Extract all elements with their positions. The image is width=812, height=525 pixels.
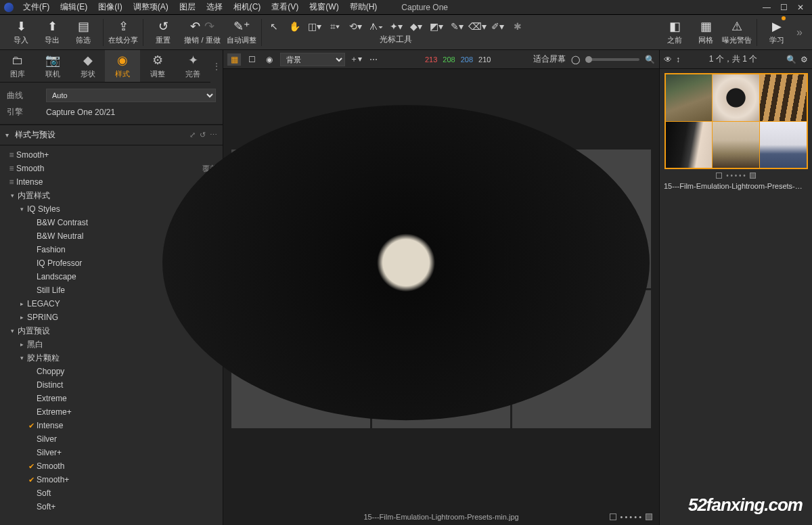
tool-tab-folder[interactable]: 🗀图库 xyxy=(0,50,35,82)
menu-item[interactable]: 相机(C) xyxy=(228,1,267,13)
engine-label: 引擎 xyxy=(7,106,41,118)
layer-select[interactable]: 背景 xyxy=(280,53,345,66)
section-menu-icon[interactable]: ⋯ xyxy=(210,131,217,139)
close-icon[interactable]: ✕ xyxy=(797,3,804,12)
rating-box-icon[interactable] xyxy=(646,513,652,520)
menu-item[interactable]: 查看(V) xyxy=(266,1,304,13)
rgb-readout: 213 208 208 210 xyxy=(425,55,491,64)
chevron-down-icon: ▾ xyxy=(5,131,15,139)
viewer-footer: 15---Film-Emulation-Lightroom-Presets-mi… xyxy=(223,509,659,525)
zoom-slider[interactable] xyxy=(585,58,639,61)
styles-section-header[interactable]: ▾ 样式与预设 ⤢↺⋯ xyxy=(0,124,223,145)
zoom-out-icon[interactable]: ◯ xyxy=(571,55,580,64)
viewer-filename: 15---Film-Emulation-Lightroom-Presets-mi… xyxy=(363,513,518,521)
curve-label: 曲线 xyxy=(7,90,41,101)
app-logo-icon xyxy=(4,3,14,12)
loading-icon: ✱ xyxy=(510,19,526,34)
menu-item[interactable]: 编辑(E) xyxy=(55,1,93,13)
tree-node[interactable]: Extreme+ xyxy=(0,405,223,419)
menu-item[interactable]: 选择 xyxy=(201,1,228,13)
loupe-tool-icon[interactable]: ◫▾ xyxy=(307,19,323,34)
browser-filename: 15---Film-Emulation-Lightroom-Presets-mi… xyxy=(664,182,808,190)
spot-tool-icon[interactable]: ✦▾ xyxy=(388,19,404,34)
maximize-icon[interactable]: ☐ xyxy=(780,3,788,12)
pointer-tool-icon[interactable]: ↖ xyxy=(266,19,282,34)
zoom-search-icon[interactable]: 🔍 xyxy=(645,55,655,64)
layer-menu-icon[interactable]: ⋯ xyxy=(367,53,380,66)
curve-select[interactable]: Auto xyxy=(46,89,216,102)
menu-item[interactable]: 帮助(H) xyxy=(344,1,383,13)
tree-node[interactable]: ✔Smooth+ xyxy=(0,473,223,486)
before-after-button[interactable]: ◧之前 xyxy=(659,16,690,49)
menu-bar: 文件(F)编辑(E)图像(I)调整项(A)图层选择相机(C)查看(V)视窗(W)… xyxy=(0,0,812,15)
browser-panel: 👁 ↕ 1 个，共 1 个 🔍 ⚙ • • • • • 15---Film-Em… xyxy=(659,50,812,525)
menu-item[interactable]: 图层 xyxy=(174,1,201,13)
tree-node[interactable]: Soft xyxy=(0,486,223,500)
main-toolbar: ⬇导入 ⬆导出 ▤筛选 ⇪在线分享 ↺重置 ↶↷撤销 / 重做 ✎⁺自动调整 ↖… xyxy=(0,15,812,50)
import-button[interactable]: ⬇导入 xyxy=(5,16,37,49)
tree-node[interactable]: ▾胶片颗粒 xyxy=(0,351,223,365)
learn-button[interactable]: ▶学习 xyxy=(761,16,792,49)
menu-item[interactable]: 视窗(W) xyxy=(304,1,344,13)
filter-button[interactable]: ▤筛选 xyxy=(68,16,99,49)
eraser-tool-icon[interactable]: ⌫▾ xyxy=(469,19,485,34)
browser-count: 1 个，共 1 个 xyxy=(684,53,782,65)
menu-item[interactable]: 文件(F) xyxy=(18,1,55,13)
tool-tab-refine[interactable]: ✦完善 xyxy=(175,50,210,82)
browser-search-icon[interactable]: 🔍 xyxy=(786,55,796,64)
color-tag-icon[interactable] xyxy=(610,513,616,520)
expand-icon[interactable]: ⤢ xyxy=(189,131,196,139)
reset-button[interactable]: ↺重置 xyxy=(148,16,179,49)
share-button[interactable]: ⇪在线分享 xyxy=(108,16,139,49)
crop-tool-icon[interactable]: ⌗▾ xyxy=(327,19,343,34)
watermark-text: 52fanxing.com xyxy=(688,495,803,516)
browser-thumbnail[interactable] xyxy=(664,73,808,169)
tree-node[interactable]: ✔Smooth xyxy=(0,459,223,473)
hand-tool-icon[interactable]: ✋ xyxy=(286,19,302,34)
minimize-icon[interactable]: — xyxy=(763,3,771,12)
keystone-tool-icon[interactable]: ⩚▾ xyxy=(367,19,384,34)
auto-adjust-button[interactable]: ✎⁺自动调整 xyxy=(226,16,257,49)
grid-view-icon[interactable]: ▦ xyxy=(227,53,241,66)
rotate-tool-icon[interactable]: ⟲▾ xyxy=(347,19,363,34)
add-layer-icon[interactable]: ＋▾ xyxy=(349,53,363,66)
tree-node[interactable]: ≡Smooth+ xyxy=(0,148,223,162)
tree-node[interactable]: Choppy xyxy=(0,365,223,378)
tree-node[interactable]: ▸黑白 xyxy=(0,338,223,351)
tree-node[interactable]: Extreme xyxy=(0,392,223,405)
toolbar-overflow-icon[interactable]: » xyxy=(792,26,807,39)
mask-tool-icon[interactable]: ◆▾ xyxy=(408,19,424,34)
tool-tab-sliders[interactable]: ⚙调整 xyxy=(140,50,175,82)
grid-button[interactable]: ▦网格 xyxy=(690,16,721,49)
tool-tab-shape[interactable]: ◆形状 xyxy=(70,50,106,82)
annotate-tool-icon[interactable]: ✐▾ xyxy=(489,19,505,34)
tool-tabs-more-icon[interactable]: ⋮ xyxy=(210,50,223,83)
fit-label[interactable]: 适合屏幕 xyxy=(533,53,566,65)
browser-settings-icon[interactable]: ⚙ xyxy=(800,55,808,64)
menu-item[interactable]: 图像(I) xyxy=(93,1,127,13)
exposure-warning-button[interactable]: ⚠曝光警告 xyxy=(721,16,752,49)
tree-node[interactable]: ✔Intense xyxy=(0,419,223,432)
undo-redo-button[interactable]: ↶↷撤销 / 重做 xyxy=(179,16,226,49)
brush-tool-icon[interactable]: ✎▾ xyxy=(449,19,465,34)
gradient-tool-icon[interactable]: ◩▾ xyxy=(428,19,445,34)
reset-section-icon[interactable]: ↺ xyxy=(200,131,206,139)
tool-tab-camera[interactable]: 📷联机 xyxy=(35,50,70,82)
menu-item[interactable]: 调整项(A) xyxy=(128,1,174,13)
tree-node[interactable]: Distinct xyxy=(0,378,223,392)
cursor-tools-group: ↖ ✋ ◫▾ ⌗▾ ⟲▾ ⩚▾ ✦▾ ◆▾ ◩▾ ✎▾ ⌫▾ ✐▾ ✱ xyxy=(266,19,526,34)
tree-node[interactable]: ≡Intense覆盖 xyxy=(0,175,223,189)
export-button[interactable]: ⬆导出 xyxy=(37,16,68,49)
eye-icon[interactable]: 👁 xyxy=(664,55,672,64)
engine-value: Capture One 20/21 xyxy=(46,108,115,117)
single-view-icon[interactable]: ☐ xyxy=(245,53,258,66)
cursor-tools-label: 光标工具 xyxy=(380,34,412,45)
tool-tab-style[interactable]: ◉样式 xyxy=(105,50,140,82)
proof-view-icon[interactable]: ◉ xyxy=(263,53,276,66)
sort-icon[interactable]: ↕ xyxy=(676,55,680,64)
tree-node[interactable]: Silver+ xyxy=(0,446,223,459)
tree-node[interactable]: Silver xyxy=(0,432,223,446)
tree-node[interactable]: Soft+ xyxy=(0,500,223,513)
tree-node[interactable]: ≡Smooth覆盖 xyxy=(0,162,223,175)
viewer-toolbar: ▦ ☐ ◉ 背景 ＋▾ ⋯ 213 208 208 210 适合屏幕 ◯ 🔍 xyxy=(223,50,659,69)
